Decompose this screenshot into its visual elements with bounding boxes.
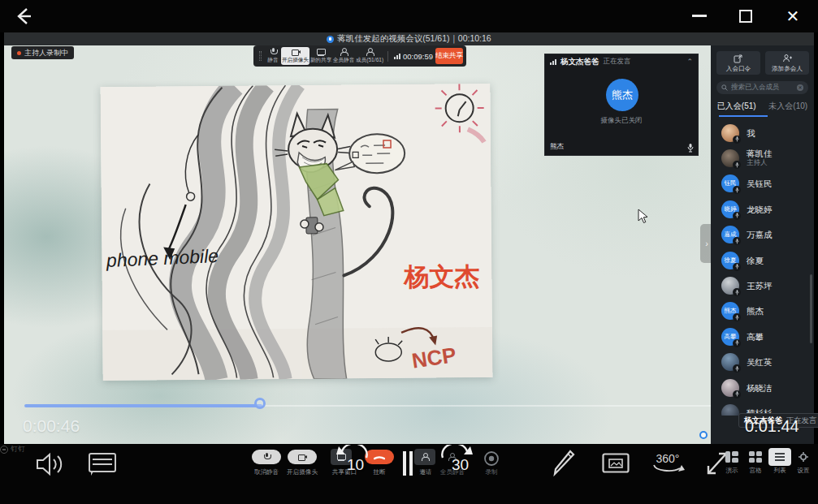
- participant-row[interactable]: 王苏坪: [711, 273, 814, 298]
- camera-label: 开启摄像头: [287, 467, 318, 476]
- mic-status-icon[interactable]: [733, 237, 741, 245]
- mic-muted-icon: [262, 453, 271, 461]
- mic-status-icon[interactable]: [733, 263, 741, 271]
- participant-row[interactable]: 熊杰 熊杰: [711, 299, 814, 324]
- tab-not-joined[interactable]: 未入会(10): [763, 101, 815, 117]
- participant-row[interactable]: 吴红英: [711, 350, 814, 375]
- avatar: 嘉成: [721, 226, 739, 243]
- participant-row[interactable]: 杨晓洁: [711, 375, 814, 400]
- participant-role: 主持人: [747, 158, 773, 168]
- mic-status-icon[interactable]: [733, 390, 741, 398]
- participant-row[interactable]: 钰民 吴钰民: [711, 171, 814, 196]
- minimize-button[interactable]: [692, 15, 707, 17]
- participant-name: 龙晓婷: [747, 205, 773, 214]
- mic-status-icon[interactable]: [733, 136, 741, 144]
- sidebar-tabs: 已入会(51) 未入会(10): [711, 101, 814, 117]
- pip-icon[interactable]: [602, 453, 630, 473]
- signal-icon: [550, 59, 556, 65]
- participant-row[interactable]: 蒋凯佳 主持人: [711, 145, 814, 170]
- participant-row[interactable]: 嘉成 万嘉成: [711, 222, 814, 248]
- draw-pencil-icon[interactable]: [552, 449, 575, 478]
- seek-bar[interactable]: [24, 405, 711, 407]
- mic-status-icon[interactable]: [733, 212, 741, 220]
- watermark-dot-icon: [699, 431, 708, 439]
- mute-button[interactable]: 静音: [264, 46, 282, 66]
- app-window: ✕ 蒋凯佳发起的视频会议(51/61)｜00:10:16 主持人录制中 静音 开…: [0, 0, 818, 504]
- invite-label: 邀请: [419, 467, 431, 476]
- chevron-up-icon[interactable]: ⌃: [686, 58, 693, 66]
- speaker-name-label: 熊杰: [550, 142, 564, 152]
- avatar: 钰民: [721, 174, 739, 192]
- camera-icon: [291, 48, 301, 56]
- volume-icon[interactable]: [36, 451, 67, 477]
- mic-status-icon[interactable]: [733, 313, 741, 321]
- maximize-button[interactable]: [739, 10, 752, 23]
- seek-fill: [24, 404, 262, 407]
- members-button[interactable]: 成员(51/61): [355, 46, 384, 66]
- back-icon[interactable]: [13, 6, 34, 27]
- participant-row[interactable]: 徐夏 徐夏: [711, 248, 814, 273]
- new-share-button[interactable]: 新的共享: [309, 46, 332, 66]
- recording-dot-icon: [17, 51, 21, 55]
- meeting-security-icon: [327, 36, 334, 43]
- mic-status-icon[interactable]: [733, 339, 741, 347]
- mute-all-button[interactable]: 全员静音: [332, 46, 355, 66]
- speaker-thumbnail[interactable]: 杨文杰爸爸 正在发言 ⌃ 熊杰 摄像头已关闭 熊杰: [544, 54, 699, 156]
- close-button[interactable]: ✕: [785, 8, 801, 24]
- record-icon[interactable]: [483, 450, 500, 467]
- tab-joined[interactable]: 已入会(51): [711, 101, 763, 117]
- invite-button[interactable]: [414, 449, 435, 465]
- participant-name: 熊杰: [747, 306, 764, 316]
- mic-status-icon[interactable]: [733, 364, 741, 373]
- list-view-label: 列表: [773, 466, 786, 474]
- participant-row[interactable]: 晓婷 龙晓婷: [711, 196, 814, 222]
- rewind-10-label: 10: [347, 456, 364, 474]
- present-view-label: 演示: [725, 466, 738, 474]
- toolbar-grip[interactable]: [259, 51, 262, 61]
- avatar: 高攀: [721, 328, 739, 346]
- current-time: 0:00:46: [23, 416, 80, 436]
- pause-button[interactable]: [403, 451, 413, 476]
- avatar: [721, 124, 739, 142]
- participant-row[interactable]: 高攀 高攀: [711, 324, 814, 349]
- toolbar-divider: [387, 51, 388, 62]
- participant-row[interactable]: 我: [711, 120, 814, 145]
- camera-off-icon: [297, 453, 307, 461]
- forward-30-label: 30: [452, 456, 469, 474]
- participant-name: 吴红英: [747, 357, 773, 367]
- sidebar-scrollbar[interactable]: [810, 274, 812, 343]
- avatar: [721, 277, 739, 295]
- participant-name: 我: [747, 128, 755, 138]
- meeting-titlebar: 蒋凯佳发起的视频会议(51/61)｜00:10:16: [4, 32, 814, 45]
- participant-name: 吴钰民: [747, 179, 773, 188]
- speaker-avatar: 熊杰: [606, 79, 638, 111]
- add-participant-button[interactable]: 添加参会人: [765, 51, 809, 75]
- participant-name: 杨晓洁: [747, 383, 773, 393]
- list-view-button[interactable]: [768, 448, 791, 466]
- mic-status-icon[interactable]: [733, 161, 741, 169]
- search-input[interactable]: 搜索已入会成员 ✕: [716, 81, 808, 94]
- avatar: [721, 149, 739, 167]
- avatar: 晓婷: [721, 200, 739, 218]
- open-camera-button[interactable]: [288, 450, 317, 464]
- video-content[interactable]: 蒋凯佳发起的视频会议(51/61)｜00:10:16 主持人录制中 静音 开启摄…: [4, 32, 814, 444]
- grid-view-icon[interactable]: [748, 450, 763, 463]
- join-code-button[interactable]: 入会口令: [716, 51, 760, 75]
- mic-icon: [268, 48, 278, 56]
- present-view-icon[interactable]: [725, 450, 739, 463]
- hangup-icon: [374, 454, 385, 460]
- open-camera-button[interactable]: 开启摄像头: [281, 47, 309, 65]
- participant-name: 王苏坪: [747, 281, 773, 291]
- mic-status-icon[interactable]: [733, 186, 741, 194]
- participant-name: 徐夏: [747, 256, 764, 265]
- meeting-toolbar: 静音 开启摄像头 新的共享 全员静音 成员(51/61) 00:09:59: [253, 45, 466, 67]
- camera-off-text: 摄像头已关闭: [545, 116, 698, 126]
- unmute-button[interactable]: [252, 450, 281, 464]
- rotate-360-label[interactable]: 360°: [651, 452, 685, 465]
- mic-status-icon[interactable]: [733, 288, 741, 296]
- clear-search-icon[interactable]: ✕: [797, 84, 803, 91]
- dingtalk-logo-icon: [0, 446, 8, 454]
- settings-gear-icon[interactable]: [798, 451, 809, 463]
- end-share-button[interactable]: 结束共享: [435, 48, 463, 64]
- chat-icon[interactable]: [88, 451, 117, 477]
